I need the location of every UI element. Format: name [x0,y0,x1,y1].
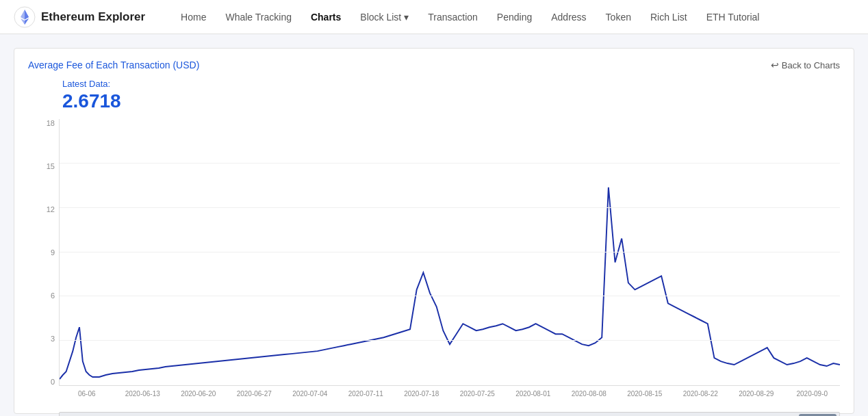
y-axis: 0 3 6 9 12 15 18 [28,119,59,386]
x-label-9: 2020-08-08 [561,390,617,398]
nav-address[interactable]: Address [543,8,594,27]
chart-title: Average Fee of Each Transaction (USD) [28,60,199,70]
x-label-1: 2020-06-13 [115,390,171,398]
y-label-12: 12 [28,205,59,213]
latest-data-value: 2.6718 [62,90,840,112]
nav-token[interactable]: Token [598,8,639,27]
chart-card: Average Fee of Each Transaction (USD) ↩ … [14,48,854,414]
chart-header: Average Fee of Each Transaction (USD) ↩ … [28,60,840,70]
latest-data-label: Latest Data: [62,79,840,89]
nav-charts[interactable]: Charts [303,8,349,27]
x-label-11: 2020-08-22 [673,390,729,398]
chart-plot [59,119,840,386]
x-label-6: 2020-07-18 [394,390,450,398]
x-label-10: 2020-08-15 [617,390,673,398]
x-label-5: 2020-07-11 [338,390,394,398]
logo-text: Ethereum Explorer [41,10,145,24]
grid-line-12 [60,207,840,208]
x-label-2: 2020-06-20 [170,390,227,398]
x-label-4: 2020-07-04 [282,390,338,398]
x-label-8: 2020-08-01 [505,390,561,398]
y-label-18: 18 [28,119,59,127]
line-chart-svg [60,119,840,385]
grid-line-15 [60,163,840,164]
nav-whale-tracking[interactable]: Whale Tracking [217,8,299,27]
nav-rich-list[interactable]: Rich List [642,8,695,27]
chart-scrollbar-track[interactable] [59,412,840,416]
main-content: Average Fee of Each Transaction (USD) ↩ … [0,34,868,416]
grid-line-6 [60,296,840,296]
y-label-6: 6 [28,291,59,300]
x-axis: 06-06 2020-06-13 2020-06-20 2020-06-27 2… [59,387,840,406]
back-arrow-icon: ↩ [771,60,779,70]
nav-home[interactable]: Home [173,8,214,27]
header: Ethereum Explorer Home Whale Tracking Ch… [0,0,868,34]
x-label-13: 2020-09-0 [784,390,841,398]
x-label-12: 2020-08-29 [728,390,784,398]
y-label-15: 15 [28,162,59,170]
y-label-9: 9 [28,248,59,257]
nav-block-list[interactable]: Block List ▾ [352,8,417,27]
nav-pending[interactable]: Pending [489,8,540,27]
back-to-charts-button[interactable]: ↩ Back to Charts [771,60,840,70]
y-label-0: 0 [28,378,59,386]
chart-area: 0 3 6 9 12 15 18 [28,119,840,406]
nav-eth-tutorial[interactable]: ETH Tutorial [698,8,768,27]
x-label-0: 06-06 [59,390,115,398]
ethereum-logo-icon [14,6,36,28]
dropdown-arrow-icon: ▾ [404,12,409,23]
logo-area: Ethereum Explorer [14,6,145,28]
y-label-3: 3 [28,335,59,343]
grid-line-9 [60,252,840,252]
grid-line-3 [60,340,840,341]
x-label-3: 2020-06-27 [227,390,283,398]
x-label-7: 2020-07-25 [450,390,506,398]
nav-transaction[interactable]: Transaction [420,8,486,27]
main-nav: Home Whale Tracking Charts Block List ▾ … [173,8,854,27]
